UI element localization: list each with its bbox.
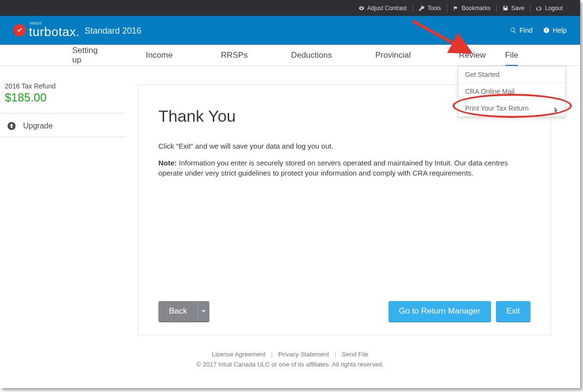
main-nav: Setting up Income RRSPs Deductions Provi… — [0, 45, 580, 66]
exit-instruction: Click "Exit" and we will save your data … — [158, 141, 531, 151]
caret-down-icon — [201, 309, 206, 314]
bookmarks-link[interactable]: Bookmarks — [447, 5, 496, 12]
adjust-contrast-link[interactable]: Adjust Contrast — [353, 5, 413, 12]
save-link[interactable]: Save — [497, 5, 530, 12]
footer: License Agreement | Privacy Statement | … — [0, 335, 580, 368]
footer-privacy[interactable]: Privacy Statement — [278, 351, 329, 358]
upgrade-link[interactable]: Upgrade — [5, 117, 138, 136]
tab-review[interactable]: Review — [449, 45, 495, 66]
tab-income[interactable]: Income — [136, 45, 182, 66]
power-icon — [536, 5, 542, 11]
refund-label: 2016 Tax Refund — [5, 82, 138, 90]
refund-amount: $185.00 — [5, 91, 138, 104]
tools-link[interactable]: Tools — [413, 5, 447, 12]
help-icon: ? — [543, 27, 550, 34]
dd-cra-online-mail[interactable]: CRA Online Mail — [458, 83, 565, 100]
dd-print-your-tax-return[interactable]: Print Your Tax Return — [458, 100, 565, 116]
help-button[interactable]: ? Help — [543, 26, 567, 34]
tab-file[interactable]: File — [495, 45, 528, 66]
file-dropdown: Get Started CRA Online Mail Print Your T… — [458, 66, 566, 117]
tab-setting-up[interactable]: Setting up — [63, 45, 107, 66]
back-button[interactable]: Back — [158, 301, 198, 322]
upgrade-arrow-icon — [7, 121, 16, 131]
sidebar: 2016 Tax Refund $185.00 Upgrade — [0, 66, 138, 335]
utility-bar: Adjust Contrast Tools Bookmarks Save Log… — [0, 0, 580, 16]
note-paragraph: Note: Information you enter is securely … — [158, 158, 531, 178]
flag-icon — [453, 5, 459, 11]
cursor-pointer-icon — [552, 107, 559, 114]
footer-send-file[interactable]: Send File — [342, 351, 368, 358]
eye-icon — [359, 5, 364, 11]
tab-rrsps[interactable]: RRSPs — [211, 45, 258, 66]
product-edition: Standard 2016 — [85, 26, 142, 36]
back-dropdown-button[interactable] — [198, 301, 209, 322]
footer-copyright: © 2017 Intuit Canada ULC or one of its a… — [0, 361, 580, 368]
tab-deductions[interactable]: Deductions — [281, 45, 341, 66]
logo: intuit turbotax. — [13, 21, 80, 39]
svg-text:?: ? — [545, 28, 548, 33]
wrench-icon — [419, 5, 425, 11]
return-manager-button[interactable]: Go to Return Manager — [389, 301, 491, 322]
check-badge-icon — [13, 24, 26, 37]
search-icon — [510, 27, 517, 34]
exit-button[interactable]: Exit — [496, 301, 531, 322]
main-panel: Thank You Click "Exit" and we will save … — [138, 84, 551, 335]
brand-bar: intuit turbotax. Standard 2016 Find ? He… — [0, 16, 580, 45]
tab-provincial[interactable]: Provincial — [365, 45, 420, 66]
footer-license[interactable]: License Agreement — [212, 351, 265, 358]
logout-link[interactable]: Logout — [531, 5, 569, 12]
find-button[interactable]: Find — [510, 26, 532, 34]
save-icon — [503, 5, 508, 11]
dd-get-started[interactable]: Get Started — [458, 66, 565, 83]
